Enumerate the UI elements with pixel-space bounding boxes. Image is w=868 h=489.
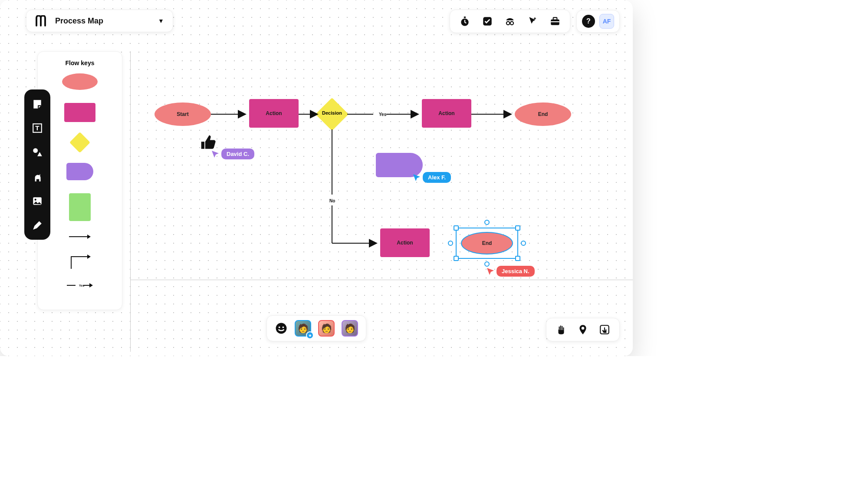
- node-action-1[interactable]: Action: [249, 99, 299, 128]
- star-badge-icon: ★: [306, 331, 314, 339]
- avatar-2[interactable]: 🧑: [318, 320, 335, 337]
- svg-point-16: [35, 199, 36, 201]
- svg-point-28: [279, 327, 280, 328]
- svg-point-4: [510, 22, 514, 25]
- cursor-sparkle-icon[interactable]: [526, 15, 539, 27]
- node-start[interactable]: Start: [155, 102, 211, 126]
- node-action-2[interactable]: Action: [422, 99, 471, 128]
- svg-point-29: [283, 327, 284, 328]
- incognito-icon[interactable]: [504, 15, 516, 27]
- svg-point-27: [276, 323, 287, 334]
- pen-tool[interactable]: [32, 220, 43, 231]
- toolbox-icon[interactable]: [549, 15, 561, 27]
- key-diamond[interactable]: [38, 135, 122, 150]
- app-logo-icon: [35, 15, 48, 26]
- cursor-david: David C.: [211, 149, 254, 159]
- svg-rect-1: [464, 17, 466, 18]
- text-tool[interactable]: T: [32, 122, 43, 134]
- hand-tool[interactable]: [555, 324, 567, 336]
- key-ellipse[interactable]: [38, 73, 122, 90]
- key-square[interactable]: [38, 193, 122, 221]
- svg-text:T: T: [35, 124, 39, 132]
- key-arrow-elbow[interactable]: [38, 252, 122, 270]
- chevron-down-icon: ▼: [158, 17, 164, 24]
- svg-rect-6: [553, 17, 557, 20]
- sticky-note-tool[interactable]: [32, 98, 43, 109]
- shapes-tool[interactable]: [32, 147, 43, 158]
- svg-point-3: [506, 22, 510, 25]
- llama-tool[interactable]: [32, 171, 43, 182]
- board-title: Process Map: [55, 17, 103, 26]
- cursor-alex: Alex F.: [412, 172, 451, 183]
- map-pin-tool[interactable]: [577, 324, 589, 336]
- flow-keys-title: Flow keys: [38, 59, 122, 66]
- key-arrow-labeled[interactable]: Yes: [38, 283, 122, 288]
- svg-text:No: No: [329, 198, 335, 203]
- emoji-button[interactable]: [275, 322, 288, 335]
- touch-tool[interactable]: [598, 324, 611, 336]
- svg-rect-7: [551, 21, 559, 22]
- key-tab[interactable]: [38, 163, 122, 180]
- svg-point-30: [582, 327, 585, 330]
- view-controls: [546, 318, 620, 341]
- canvas[interactable]: Start Action Decision Action End Action …: [130, 51, 620, 313]
- vote-icon[interactable]: [481, 15, 493, 27]
- node-decision-label: Decision: [320, 110, 344, 116]
- timer-icon[interactable]: [459, 15, 471, 27]
- node-end-1[interactable]: End: [515, 102, 571, 126]
- key-rect[interactable]: [38, 103, 122, 122]
- image-tool[interactable]: [32, 195, 43, 207]
- left-toolbar: T: [24, 89, 50, 240]
- node-end-2[interactable]: End: [461, 232, 513, 254]
- avatar-1[interactable]: 🧑 ★: [295, 320, 311, 337]
- top-toolbar: [450, 10, 570, 33]
- svg-text:Yes: Yes: [379, 112, 387, 117]
- help-user-cluster: ? AF: [576, 10, 620, 33]
- key-arrow-straight[interactable]: [38, 234, 122, 239]
- user-badge[interactable]: AF: [599, 14, 614, 29]
- help-button[interactable]: ?: [582, 15, 595, 28]
- presence-bar: 🧑 ★ 🧑 🧑: [266, 315, 366, 341]
- node-action-3[interactable]: Action: [380, 228, 430, 257]
- avatar-3[interactable]: 🧑: [342, 320, 358, 337]
- cursor-jessica: Jessica N.: [486, 266, 535, 277]
- board-title-dropdown[interactable]: Process Map ▼: [26, 10, 173, 32]
- svg-point-14: [33, 148, 38, 153]
- edges-layer: Yes No: [130, 51, 620, 313]
